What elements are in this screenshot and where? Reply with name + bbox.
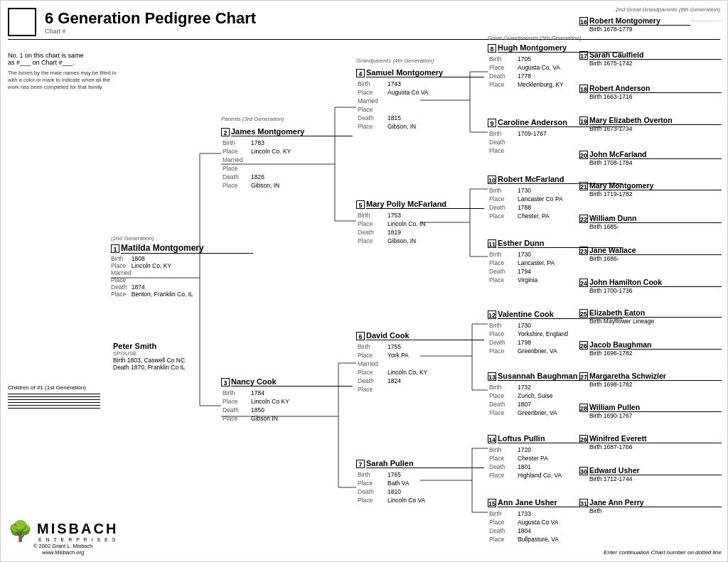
p5-birth-place: Lincoln Co. IN <box>387 220 425 227</box>
person-18: 18 Robert Anderson Birth 1663-1716 <box>579 84 722 100</box>
person-10-num: 10 <box>488 175 496 184</box>
person-3-num: 3 <box>221 378 230 387</box>
person-4: 4 Samuel Montgomery Birth1743 PlaceAugus… <box>356 68 484 131</box>
p16-birth: 1678-1779 <box>604 26 633 33</box>
person-27-num: 27 <box>579 372 588 381</box>
p24-birth: 1700-1736 <box>604 287 633 294</box>
p15-death-place: Bullpasture, VA <box>518 536 559 543</box>
person-6: 6 David Cook Birth1755 PlaceYork PA Marr… <box>356 331 484 394</box>
pedigree-chart-page: 6 Generation Pedigree Chart Chart # No. … <box>0 0 728 562</box>
person-25: 25 Elizabeth Eaton Birth Mayflower Linea… <box>579 308 722 325</box>
person-28: 28 William Pullen Birth 1690-1767 <box>579 403 722 419</box>
person-4-name: Samuel Montgomery <box>366 68 484 77</box>
p3-birth: 1784 <box>251 389 289 396</box>
person-24: 24 John Hamilton Cook Birth 1700-1736 <box>579 278 722 294</box>
p12-death-place: Greenbrier, VA <box>518 347 568 355</box>
person-21-name: Mary Montgomery <box>589 181 722 190</box>
p10-birth: 1730 <box>518 187 563 194</box>
continuation-note: Enter continuation Chart number on dotte… <box>604 549 722 556</box>
logo-url: www.Misbach.org <box>8 549 118 556</box>
person-16-name: Robert Montgomery <box>589 16 690 26</box>
logo-section: 🌳 MISBACH E N T E R P R I S E S © 2002 G… <box>8 519 118 556</box>
person-2-num: 2 <box>221 128 230 136</box>
person-23: 23 Jane Wallace Birth 1686- <box>579 246 722 262</box>
child-line-1 <box>8 394 100 394</box>
person-18-num: 18 <box>579 85 588 93</box>
person-19-name: Mary Elizabeth Overton <box>589 116 722 125</box>
person-29-num: 29 <box>579 435 588 443</box>
p10-death: 1788 <box>518 204 563 211</box>
p28-birth: 1690-1767 <box>604 412 633 419</box>
p11-birth-place: Lancaster, PA <box>518 259 555 266</box>
p20-birth: 1708-1784 <box>604 159 633 166</box>
person-30-num: 30 <box>579 467 588 475</box>
p8-birth-place: Augusta Co, VA <box>518 64 564 71</box>
person-19: 19 Mary Elizabeth Overton Birth 1673-173… <box>579 116 722 132</box>
child-line-2 <box>8 396 100 397</box>
person-30-name: Edward Usher <box>589 466 722 475</box>
p1-birth: 1808 <box>132 255 193 262</box>
p22-birth: 1685- <box>604 223 619 230</box>
p30-birth: 1712-1744 <box>604 475 633 482</box>
p6-death: 1824 <box>387 377 427 384</box>
person-27: 27 Margaretha Schwizler Birth 1698-1782 <box>579 372 722 388</box>
person-26-num: 26 <box>579 341 588 350</box>
person-24-num: 24 <box>579 279 588 287</box>
person-29: 29 Winifred Everett Birth 1687-1766 <box>579 434 722 450</box>
p11-death: 1794 <box>518 268 555 275</box>
p1-death-place: Benton, Franklin Co, IL <box>132 291 193 298</box>
person-6-name: David Cook <box>366 331 484 340</box>
person-11-num: 11 <box>488 239 496 248</box>
p7-birth-place: Bath VA <box>387 480 425 487</box>
person-28-name: William Pullen <box>589 403 722 412</box>
instruction-line1: No. 1 on this chart is same <box>8 52 118 59</box>
person-16-num: 16 <box>579 17 588 26</box>
p12-birth-place: Yorkshire, England <box>518 330 568 337</box>
p15-birth-place: Augusta Co VA <box>518 519 559 526</box>
spouse-label: SPOUSE <box>113 350 248 357</box>
person-28-num: 28 <box>579 404 588 412</box>
person-1-spouse: Peter Smith SPOUSE Birth 1803, Caswell C… <box>113 342 248 371</box>
p4-birth-place: Augusta Co VA <box>387 89 429 96</box>
p26-birth: 1696-1782 <box>604 350 633 357</box>
p10-death-place: Chester, PA <box>518 212 563 220</box>
child-line-4 <box>8 402 100 403</box>
p12-death: 1798 <box>518 339 568 346</box>
p5-death-place: Gibson, IN <box>387 237 425 244</box>
p7-death: 1810 <box>387 488 425 495</box>
p2-death-place: Gibson, IN <box>251 182 291 189</box>
gen2-label: (2nd Generation) <box>111 235 253 242</box>
gg-gen-label: Great Grandparents (5th Generation) <box>488 35 582 41</box>
p5-birth: 1753 <box>387 212 425 219</box>
p3-death: 1850 <box>251 406 289 414</box>
person-31: 31 Jane Ann Perry Birth <box>579 498 722 514</box>
spouse-death: 1870, Franklin Co IL <box>131 364 186 371</box>
p13-death: 1807 <box>518 401 557 408</box>
p14-death-place: Highland Co, VA <box>518 472 562 479</box>
instruction-line2: as #___ on Chart #___. <box>8 59 118 66</box>
p2-birth: 1783 <box>251 139 291 146</box>
person-8-num: 8 <box>488 44 496 53</box>
spouse-birth: 1803, Caswell Co NC <box>127 357 185 364</box>
p23-birth: 1686- <box>604 255 619 262</box>
p9-birth: 1709-1767 <box>518 130 547 137</box>
person-24-name: John Hamilton Cook <box>589 278 722 287</box>
person-4-num: 4 <box>356 69 365 77</box>
p18-birth: 1663-1716 <box>604 93 633 100</box>
chart-number-label: Chart # <box>45 28 256 35</box>
person-31-name: Jane Ann Perry <box>589 498 722 507</box>
child-line-3 <box>8 399 100 400</box>
person-2-name: James Montgomery <box>231 127 353 136</box>
person-19-num: 19 <box>579 117 588 125</box>
p11-death-place: Virginia <box>518 276 555 283</box>
person-3: 3 Nancy Cook Birth1784 PlaceLincoln Co K… <box>221 377 353 423</box>
person-14-num: 14 <box>488 435 496 443</box>
person-7: 7 Sarah Pullen Birth1765 PlaceBath VA De… <box>356 459 484 505</box>
person-20-name: John McFarland <box>589 150 722 159</box>
instructions-panel: No. 1 on this chart is same as #___ on C… <box>8 52 118 90</box>
person-17-name: Sarah Caulfield <box>589 50 722 60</box>
p1-death: 1874 <box>132 283 193 291</box>
p14-birth: 1720 <box>518 446 562 453</box>
person-16: 16 Robert Montgomery Birth 1678-1779 <box>579 16 722 33</box>
p10-birth-place: Lancaster Co PA <box>518 195 563 202</box>
